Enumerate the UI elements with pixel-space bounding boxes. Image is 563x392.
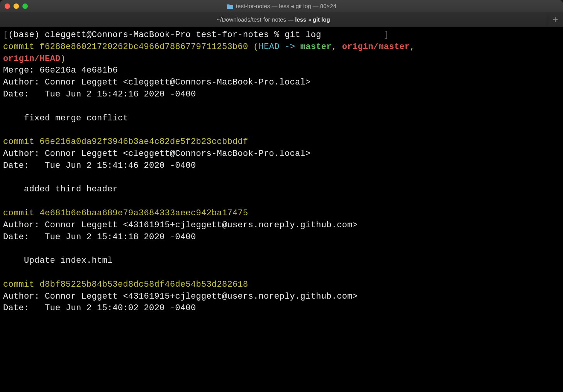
tab-process-2: git log bbox=[313, 16, 330, 23]
plus-icon bbox=[552, 16, 559, 23]
commit-3-date: Date: Tue Jun 2 15:40:02 2020 -0400 bbox=[3, 303, 196, 313]
maximize-button[interactable] bbox=[22, 3, 28, 9]
commit-2-author: Author: Connor Leggett <43161915+cjlegge… bbox=[3, 220, 358, 230]
tab-path: ~/Downloads/test-for-notes — bbox=[217, 16, 295, 23]
commit-3-label: commit d8bf85225b84b53ed8dc58df46de54b53… bbox=[3, 280, 248, 289]
tab-process-1: less bbox=[295, 16, 306, 23]
commit-0-origin1: origin/master bbox=[342, 42, 410, 52]
commit-0-label: commit f6288e86021720262bc4966d788677971… bbox=[3, 42, 248, 52]
commit-0-master: master bbox=[300, 42, 332, 52]
prompt-open-bracket: [ bbox=[3, 30, 8, 40]
prompt-line: (base) cleggett@Connors-MacBook-Pro test… bbox=[8, 30, 321, 40]
commit-1-label: commit 66e216a0da92f3946b3ae4c82de5f2b23… bbox=[3, 137, 248, 147]
commit-2-date: Date: Tue Jun 2 15:41:18 2020 -0400 bbox=[3, 232, 196, 242]
tab-bar: ~/Downloads/test-for-notes — less ◂ git … bbox=[0, 12, 563, 27]
window-title-text: test-for-notes — less ◂ git log — 80×24 bbox=[236, 3, 336, 10]
commit-0-date: Date: Tue Jun 2 15:42:16 2020 -0400 bbox=[3, 90, 196, 99]
commit-0-sep2: , bbox=[410, 42, 420, 52]
commit-3-author: Author: Connor Leggett <43161915+cjlegge… bbox=[3, 292, 358, 301]
commit-0-merge: Merge: 66e216a 4e681b6 bbox=[3, 66, 118, 75]
commit-1-message: added third header bbox=[3, 184, 118, 194]
prompt-close-bracket: ] bbox=[384, 30, 389, 40]
commit-2-message: Update index.html bbox=[3, 256, 113, 265]
commit-1-author: Author: Connor Leggett <cleggett@Connors… bbox=[3, 149, 311, 159]
add-tab-button[interactable] bbox=[547, 12, 563, 27]
commit-0-head: HEAD -> bbox=[259, 42, 300, 52]
minimize-button[interactable] bbox=[14, 3, 19, 9]
commit-0-author: Author: Connor Leggett <cleggett@Connors… bbox=[3, 78, 311, 87]
commit-0-sep1: , bbox=[332, 42, 342, 52]
window-title-bar: test-for-notes — less ◂ git log — 80×24 bbox=[0, 0, 563, 12]
tab-active[interactable]: ~/Downloads/test-for-notes — less ◂ git … bbox=[0, 13, 547, 26]
commit-0-ref-close: ) bbox=[61, 54, 66, 64]
commit-0-origin2: origin/HEAD bbox=[3, 54, 61, 64]
close-button[interactable] bbox=[5, 3, 10, 9]
terminal-content[interactable]: [(base) cleggett@Connors-MacBook-Pro tes… bbox=[0, 27, 563, 392]
tab-mid: ◂ bbox=[306, 16, 312, 23]
commit-0-ref-open: ( bbox=[248, 42, 259, 52]
commit-0-message: fixed merge conflict bbox=[3, 113, 128, 123]
traffic-lights bbox=[5, 3, 28, 9]
commit-1-date: Date: Tue Jun 2 15:41:46 2020 -0400 bbox=[3, 161, 196, 171]
folder-icon bbox=[227, 3, 234, 9]
commit-2-label: commit 4e681b6e6baa689e79a3684333aeec942… bbox=[3, 208, 248, 218]
window-title: test-for-notes — less ◂ git log — 80×24 bbox=[5, 3, 558, 10]
